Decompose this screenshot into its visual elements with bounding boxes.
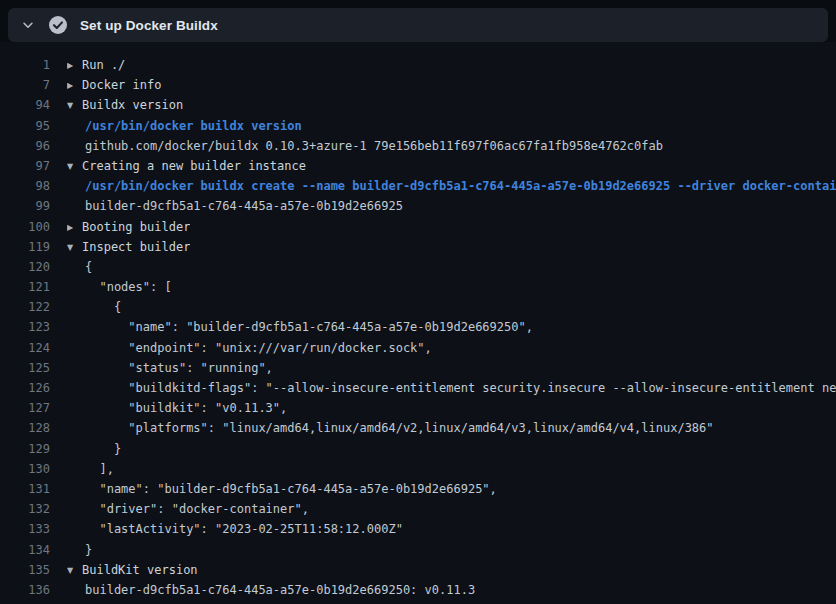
group-title: Docker info [82, 78, 161, 92]
log-line: 132 "driver": "docker-container", [0, 499, 836, 519]
triangle-collapsed-icon[interactable]: ▶ [67, 218, 82, 237]
line-number[interactable]: 99 [0, 196, 50, 216]
log-line-text: ], [67, 459, 114, 479]
log-line: 124 "endpoint": "unix:///var/run/docker.… [0, 338, 836, 358]
log-line-text: "platforms": "linux/amd64,linux/amd64/v2… [67, 418, 714, 438]
line-number[interactable]: 134 [0, 540, 50, 560]
step-title: Set up Docker Buildx [80, 18, 218, 33]
step-header[interactable]: Set up Docker Buildx [8, 8, 828, 42]
line-number[interactable]: 127 [0, 398, 50, 418]
line-number[interactable]: 129 [0, 439, 50, 459]
line-number[interactable]: 98 [0, 176, 50, 196]
log-line[interactable]: 100 ▶Booting builder [0, 217, 836, 237]
log-line-text: /usr/bin/docker buildx create --name bui… [67, 176, 836, 196]
group-title: Inspect builder [82, 240, 190, 254]
line-number[interactable]: 123 [0, 317, 50, 337]
log-line-text: { [67, 257, 92, 277]
log-line-text: github.com/docker/buildx 0.10.3+azure-1 … [67, 136, 663, 156]
line-number[interactable]: 128 [0, 418, 50, 438]
log-line-text: ▶Booting builder [67, 217, 190, 237]
log-line: 95 /usr/bin/docker buildx version [0, 116, 836, 136]
line-number[interactable]: 133 [0, 519, 50, 539]
log-line-text: ▼Creating a new builder instance [67, 156, 306, 176]
log-line: 120 { [0, 257, 836, 277]
line-number[interactable]: 94 [0, 95, 50, 115]
triangle-collapsed-icon[interactable]: ▶ [67, 76, 82, 95]
group-title: BuildKit version [82, 563, 198, 577]
triangle-expanded-icon[interactable]: ▼ [67, 238, 82, 257]
log-line-text: ▶Docker info [67, 75, 161, 95]
group-title: Booting builder [82, 220, 190, 234]
line-number[interactable]: 120 [0, 257, 50, 277]
chevron-down-icon[interactable] [20, 17, 36, 33]
group-title: Run ./ [82, 58, 125, 72]
log-body: 1 ▶Run ./ 7 ▶Docker info 94 ▼Buildx vers… [0, 55, 836, 600]
log-line-text: } [67, 439, 121, 459]
group-title: Buildx version [82, 98, 183, 112]
log-line-text: "status": "running", [67, 358, 273, 378]
log-line: 131 "name": "builder-d9cfb5a1-c764-445a-… [0, 479, 836, 499]
log-line-text: "buildkit": "v0.11.3", [67, 398, 287, 418]
log-line-text: "endpoint": "unix:///var/run/docker.sock… [67, 338, 432, 358]
line-number[interactable]: 126 [0, 378, 50, 398]
log-line[interactable]: 135 ▼BuildKit version [0, 560, 836, 580]
line-number[interactable]: 95 [0, 116, 50, 136]
log-line: 125 "status": "running", [0, 358, 836, 378]
line-number[interactable]: 97 [0, 156, 50, 176]
log-line: 99 builder-d9cfb5a1-c764-445a-a57e-0b19d… [0, 196, 836, 216]
triangle-expanded-icon[interactable]: ▼ [67, 157, 82, 176]
log-line-text: ▶Run ./ [67, 55, 125, 75]
log-line: 133 "lastActivity": "2023-02-25T11:58:12… [0, 519, 836, 539]
log-line[interactable]: 7 ▶Docker info [0, 75, 836, 95]
log-line[interactable]: 1 ▶Run ./ [0, 55, 836, 75]
log-line: 123 "name": "builder-d9cfb5a1-c764-445a-… [0, 317, 836, 337]
log-line[interactable]: 119 ▼Inspect builder [0, 237, 836, 257]
line-number[interactable]: 125 [0, 358, 50, 378]
log-area: 1 ▶Run ./ 7 ▶Docker info 94 ▼Buildx vers… [0, 42, 836, 604]
triangle-expanded-icon[interactable]: ▼ [67, 561, 82, 580]
log-line: 129 } [0, 439, 836, 459]
triangle-expanded-icon[interactable]: ▼ [67, 96, 82, 115]
line-number[interactable]: 135 [0, 560, 50, 580]
log-line: 96 github.com/docker/buildx 0.10.3+azure… [0, 136, 836, 156]
line-number[interactable]: 119 [0, 237, 50, 257]
log-line-text: "name": "builder-d9cfb5a1-c764-445a-a57e… [67, 317, 533, 337]
log-line: 98 /usr/bin/docker buildx create --name … [0, 176, 836, 196]
log-line: 130 ], [0, 459, 836, 479]
log-line-text: /usr/bin/docker buildx version [67, 116, 302, 136]
log-line-text: "driver": "docker-container", [67, 499, 309, 519]
log-line-text: ▼Buildx version [67, 95, 183, 115]
log-line: 136 builder-d9cfb5a1-c764-445a-a57e-0b19… [0, 580, 836, 600]
line-number[interactable]: 121 [0, 277, 50, 297]
log-line-text: ▼Inspect builder [67, 237, 190, 257]
log-line-text: "nodes": [ [67, 277, 172, 297]
line-number[interactable]: 100 [0, 217, 50, 237]
line-number[interactable]: 1 [0, 55, 50, 75]
line-number[interactable]: 124 [0, 338, 50, 358]
log-line-text: ▼BuildKit version [67, 560, 198, 580]
log-line: 127 "buildkit": "v0.11.3", [0, 398, 836, 418]
line-number[interactable]: 130 [0, 459, 50, 479]
log-line: 128 "platforms": "linux/amd64,linux/amd6… [0, 418, 836, 438]
log-line-text: builder-d9cfb5a1-c764-445a-a57e-0b19d2e6… [67, 580, 475, 600]
line-number[interactable]: 136 [0, 580, 50, 600]
log-line-text: "name": "builder-d9cfb5a1-c764-445a-a57e… [67, 479, 497, 499]
group-title: Creating a new builder instance [82, 159, 306, 173]
log-line: 134 } [0, 540, 836, 560]
line-number[interactable]: 131 [0, 479, 50, 499]
triangle-collapsed-icon[interactable]: ▶ [67, 56, 82, 75]
log-line: 126 "buildkitd-flags": "--allow-insecure… [0, 378, 836, 398]
line-number[interactable]: 96 [0, 136, 50, 156]
log-line-text: } [67, 540, 92, 560]
log-line-text: "lastActivity": "2023-02-25T11:58:12.000… [67, 519, 403, 539]
line-number[interactable]: 132 [0, 499, 50, 519]
line-number[interactable]: 122 [0, 297, 50, 317]
log-line: 121 "nodes": [ [0, 277, 836, 297]
log-line[interactable]: 94 ▼Buildx version [0, 95, 836, 115]
log-line: 122 { [0, 297, 836, 317]
check-circle-icon [48, 15, 68, 35]
log-line[interactable]: 97 ▼Creating a new builder instance [0, 156, 836, 176]
log-line-text: "buildkitd-flags": "--allow-insecure-ent… [67, 378, 836, 398]
log-line-text: builder-d9cfb5a1-c764-445a-a57e-0b19d2e6… [67, 196, 403, 216]
line-number[interactable]: 7 [0, 75, 50, 95]
